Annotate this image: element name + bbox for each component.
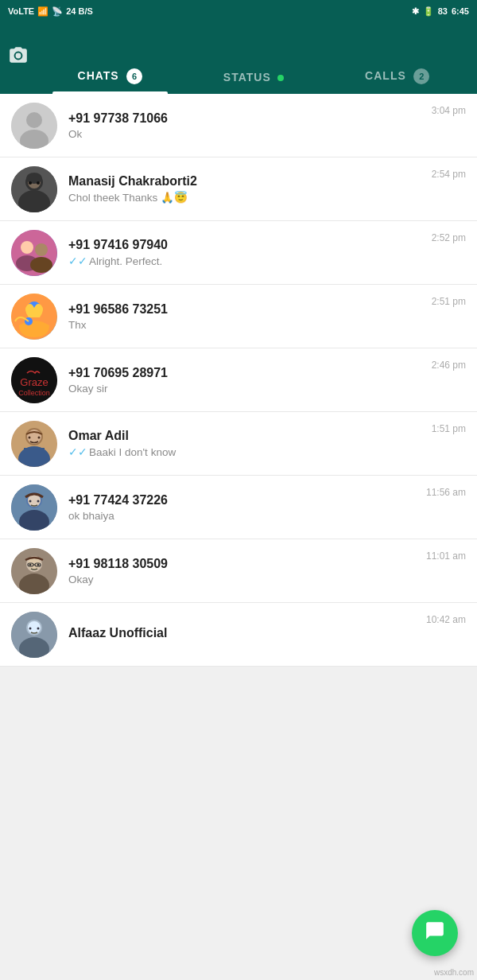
svg-point-33	[37, 500, 40, 502]
svg-point-48	[37, 627, 40, 629]
chat-time: 2:46 pm	[432, 360, 466, 371]
avatar	[11, 166, 57, 212]
data-speed: 24 B/S	[66, 6, 93, 16]
carrier-label: VoLTE	[8, 6, 34, 16]
svg-rect-25	[24, 448, 45, 459]
chat-time: 10:42 am	[426, 614, 466, 625]
chat-info: +91 96586 73251 Thx	[68, 302, 425, 331]
camera-icon[interactable]	[8, 45, 29, 71]
header: CHATS 6 STATUS CALLS 2	[0, 22, 477, 94]
signal-icon: 📶	[37, 6, 48, 17]
svg-point-8	[29, 181, 32, 185]
read-ticks: ✓✓	[68, 255, 87, 267]
chat-name: +91 70695 28971	[68, 366, 425, 380]
svg-point-47	[29, 627, 32, 629]
battery-icon: 🔋	[423, 6, 434, 17]
new-chat-icon	[425, 920, 445, 946]
chat-name: +91 97416 97940	[68, 238, 425, 252]
avatar	[11, 294, 57, 340]
chat-info: Alfaaz Unofficial	[68, 626, 420, 643]
chat-time: 2:51 pm	[432, 296, 466, 307]
svg-point-12	[35, 243, 48, 256]
avatar	[11, 103, 57, 149]
svg-point-1	[26, 112, 42, 128]
chat-message: Okay sir	[68, 383, 425, 395]
chat-name: Alfaaz Unofficial	[68, 626, 420, 640]
battery-level: 83	[438, 6, 448, 16]
status-bar: VoLTE 📶 📡 24 B/S ✱ 🔋 83 6:45	[0, 0, 477, 22]
chat-time: 2:52 pm	[432, 232, 466, 243]
tab-bar: CHATS 6 STATUS CALLS 2	[38, 22, 469, 94]
list-item[interactable]: Omar Adil ✓✓Baaki I don't know 1:51 pm	[0, 412, 477, 476]
status-bar-right: ✱ 🔋 83 6:45	[412, 6, 469, 17]
avatar	[11, 548, 57, 594]
list-item[interactable]: Alfaaz Unofficial 10:42 am	[0, 603, 477, 667]
svg-point-27	[38, 436, 41, 438]
chat-message: ✓✓Baaki I don't know	[68, 445, 425, 458]
chat-info: +91 70695 28971 Okay sir	[68, 366, 425, 395]
chat-time: 2:54 pm	[432, 169, 466, 180]
chat-name: +91 96586 73251	[68, 302, 425, 317]
svg-point-38	[29, 563, 32, 566]
chat-info: +91 98118 30509 Okay	[68, 557, 420, 585]
svg-text:Collection: Collection	[18, 389, 50, 397]
chat-time: 1:51 pm	[432, 423, 466, 434]
svg-point-32	[29, 500, 32, 502]
chat-message: ok bhaiya	[68, 510, 420, 522]
watermark: wsxdh.com	[434, 968, 474, 977]
chat-name: +91 98118 30509	[68, 557, 420, 571]
svg-point-11	[21, 241, 33, 254]
avatar	[11, 612, 57, 658]
chat-info: +91 97416 97940 ✓✓Alright. Perfect.	[68, 238, 425, 267]
chat-time: 3:04 pm	[432, 105, 466, 116]
list-item[interactable]: +91 77424 37226 ok bhaiya 11:56 am	[0, 476, 477, 539]
new-chat-fab[interactable]	[412, 910, 458, 956]
chat-message: ✓✓Alright. Perfect.	[68, 255, 425, 267]
list-item[interactable]: +91 98118 30509 Okay 11:01 am	[0, 539, 477, 603]
svg-point-26	[29, 436, 31, 438]
chat-info: Omar Adil ✓✓Baaki I don't know	[68, 429, 425, 458]
calls-badge: 2	[413, 68, 429, 84]
avatar	[11, 230, 57, 276]
status-bar-left: VoLTE 📶 📡 24 B/S	[8, 6, 93, 17]
svg-point-14	[30, 257, 52, 273]
avatar	[11, 421, 57, 467]
list-item[interactable]: +91 97738 71066 Ok 3:04 pm	[0, 94, 477, 158]
chat-time: 11:56 am	[426, 487, 466, 498]
tab-chats-label: CHATS	[78, 69, 119, 82]
tab-calls[interactable]: CALLS 2	[325, 68, 469, 94]
list-item[interactable]: Manasij Chakraborti2 Chol theek Thanks 🙏…	[0, 158, 477, 221]
svg-point-7	[26, 173, 42, 184]
svg-text:Graze: Graze	[20, 376, 48, 388]
avatar: Graze Collection	[11, 357, 57, 403]
avatar	[11, 484, 57, 531]
list-item[interactable]: Graze Collection +91 70695 28971 Okay si…	[0, 348, 477, 412]
chat-info: +91 97738 71066 Ok	[68, 111, 425, 140]
read-ticks: ✓✓	[68, 445, 87, 458]
list-item[interactable]: +91 97416 97940 ✓✓Alright. Perfect. 2:52…	[0, 221, 477, 285]
bluetooth-icon: ✱	[412, 6, 419, 17]
tab-calls-label: CALLS	[365, 69, 406, 82]
chat-list: +91 97738 71066 Ok 3:04 pm Manasij Chakr…	[0, 94, 477, 667]
chats-badge: 6	[126, 68, 142, 84]
list-item[interactable]: +91 96586 73251 Thx 2:51 pm	[0, 285, 477, 348]
chat-time: 11:01 am	[426, 550, 466, 562]
wifi-icon: 📡	[52, 6, 63, 17]
chat-message: Ok	[68, 128, 425, 140]
clock: 6:45	[452, 6, 469, 16]
svg-point-9	[37, 181, 40, 185]
chat-name: Omar Adil	[68, 429, 425, 443]
tab-status-label: STATUS	[223, 71, 271, 84]
svg-point-39	[37, 563, 40, 566]
chat-message: Chol theek Thanks 🙏😇	[68, 191, 425, 204]
chat-info: +91 77424 37226 ok bhaiya	[68, 493, 420, 522]
chat-name: +91 97738 71066	[68, 111, 425, 126]
chat-message: Thx	[68, 319, 425, 331]
chat-info: Manasij Chakraborti2 Chol theek Thanks 🙏…	[68, 174, 425, 204]
chat-name: Manasij Chakraborti2	[68, 174, 425, 189]
chat-message: Okay	[68, 574, 420, 585]
status-dot	[277, 75, 284, 81]
tab-status[interactable]: STATUS	[182, 70, 326, 94]
chat-name: +91 77424 37226	[68, 493, 420, 508]
tab-chats[interactable]: CHATS 6	[38, 68, 182, 94]
